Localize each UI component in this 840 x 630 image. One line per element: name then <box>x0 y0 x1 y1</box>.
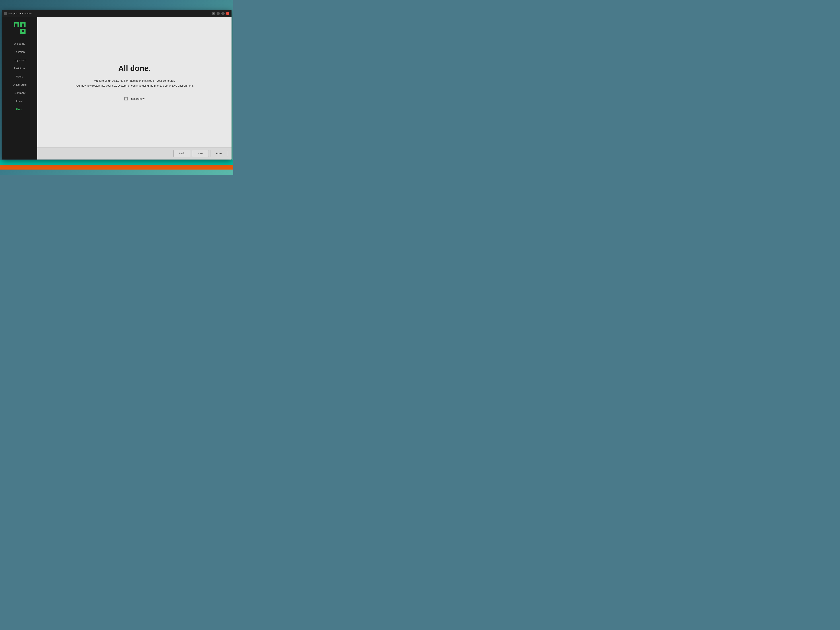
sidebar: Welcome Location Keyboard Partitions Use… <box>2 17 37 159</box>
window-icon <box>4 12 7 15</box>
install-line1: Manjaro Linux 20.1.2 "Mikah" has been in… <box>75 78 194 83</box>
bottom-bar: Back Next Done <box>37 147 232 159</box>
back-button[interactable]: Back <box>174 150 190 157</box>
sidebar-item-summary[interactable]: Summary <box>2 89 37 97</box>
svg-rect-4 <box>22 24 24 27</box>
restart-row: Restart now <box>124 97 144 100</box>
window-title: Manjaro Linux Installer <box>8 12 32 15</box>
sidebar-item-welcome[interactable]: Welcome <box>2 39 37 48</box>
upload-button[interactable]: ▲ <box>212 12 215 15</box>
main-content: Welcome Location Keyboard Partitions Use… <box>2 17 232 159</box>
manjaro-logo <box>13 21 27 35</box>
title-bar-left: Manjaro Linux Installer <box>4 12 32 15</box>
sidebar-nav: Welcome Location Keyboard Partitions Use… <box>2 39 37 114</box>
svg-rect-5 <box>22 30 24 32</box>
restart-label: Restart now <box>130 97 144 100</box>
sidebar-item-keyboard[interactable]: Keyboard <box>2 56 37 64</box>
install-message: Manjaro Linux 20.1.2 "Mikah" has been in… <box>75 78 194 88</box>
sidebar-item-location[interactable]: Location <box>2 48 37 56</box>
all-done-heading: All done. <box>118 64 151 73</box>
restart-checkbox[interactable] <box>124 97 128 100</box>
minimize-button[interactable] <box>216 12 220 15</box>
content-body: All done. Manjaro Linux 20.1.2 "Mikah" h… <box>37 17 232 147</box>
desktop-stripe-orange <box>0 165 233 169</box>
next-button[interactable]: Next <box>192 150 209 157</box>
sidebar-item-partitions[interactable]: Partitions <box>2 64 37 73</box>
sidebar-item-finish[interactable]: Finish <box>2 105 37 114</box>
title-bar: Manjaro Linux Installer ▲ <box>2 10 232 17</box>
svg-rect-3 <box>15 24 17 27</box>
close-button[interactable] <box>226 12 229 15</box>
sidebar-item-install[interactable]: Install <box>2 97 37 105</box>
done-button[interactable]: Done <box>210 150 228 157</box>
installer-window: Manjaro Linux Installer ▲ <box>2 10 232 159</box>
title-bar-controls: ▲ <box>212 12 229 15</box>
logo-container <box>13 21 27 36</box>
content-panel: All done. Manjaro Linux 20.1.2 "Mikah" h… <box>37 17 232 159</box>
desktop-stripe-teal <box>0 160 233 165</box>
maximize-button[interactable] <box>221 12 224 15</box>
install-line2: You may now restart into your new system… <box>75 83 194 88</box>
sidebar-item-office-suite[interactable]: Office Suite <box>2 81 37 89</box>
sidebar-item-users[interactable]: Users <box>2 73 37 81</box>
